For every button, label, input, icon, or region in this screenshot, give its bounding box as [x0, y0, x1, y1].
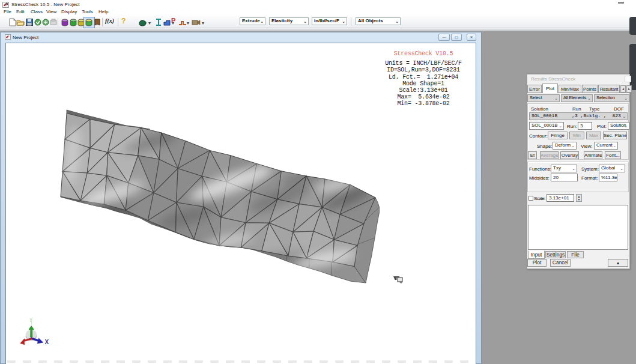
svg-text:y: y [30, 317, 32, 322]
svg-text:X: X [45, 339, 49, 345]
